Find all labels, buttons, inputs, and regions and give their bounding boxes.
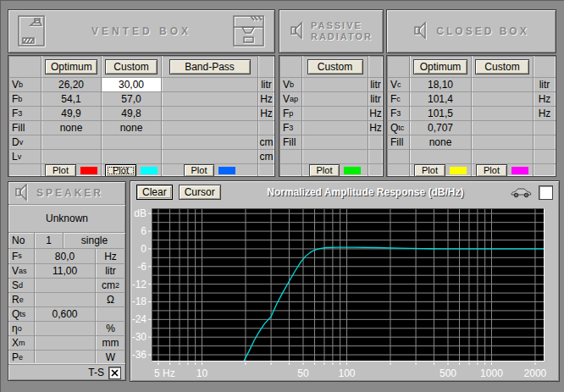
- pr-fill-value: [301, 135, 368, 149]
- vented-vb-optimum-value: 26,20: [41, 77, 101, 91]
- spk-qts-value[interactable]: 0,600: [34, 306, 95, 321]
- car-icon[interactable]: [510, 186, 533, 198]
- empty-cell: [368, 163, 383, 176]
- driver-icon: [14, 184, 29, 202]
- amplitude-response-plot[interactable]: dB60-6-12-18-24-30-365 Hz105010050010002…: [130, 203, 559, 381]
- closed-optimum-plot-button[interactable]: Plot: [414, 164, 445, 177]
- speaker-panel: SPEAKER Unknown No 1 single Fs 80,0 Hz V…: [8, 181, 126, 381]
- spk-re-label: Re: [8, 292, 34, 306]
- svg-text:-12: -12: [132, 279, 147, 290]
- empty-cell: [8, 163, 41, 176]
- vented-box-icon: [15, 14, 53, 49]
- corner-cell: [368, 56, 383, 77]
- pr-fp-label: Fp: [279, 106, 301, 120]
- svg-text:500: 500: [440, 367, 456, 379]
- vented-bandpass-button[interactable]: Band-Pass: [169, 59, 251, 75]
- vented-bandpass-plot-button[interactable]: Plot: [184, 164, 215, 177]
- pr-vap-unit: litr: [368, 91, 383, 106]
- clear-button[interactable]: Clear: [136, 185, 173, 200]
- vented-custom-plot-button[interactable]: Plot: [105, 164, 136, 177]
- cb-qtc-unit: [533, 120, 556, 135]
- cb-fc-label: Fc: [387, 91, 409, 106]
- vented-optimum-plot-swatch: [80, 167, 97, 174]
- vented-box-header: VENTED BOX: [8, 9, 275, 53]
- cursor-button[interactable]: Cursor: [179, 185, 221, 200]
- empty-cell: [301, 149, 368, 163]
- speaker-mode-value[interactable]: single: [63, 233, 125, 249]
- svg-text:-18: -18: [132, 295, 147, 307]
- bandpass-box-icon: [230, 14, 268, 49]
- passive-radiator-title: PASSIVE RADIATOR: [311, 20, 373, 42]
- vented-dv-unit: cm: [257, 135, 274, 149]
- cb-vc-unit: litr: [533, 77, 556, 91]
- vented-vb-bandpass-value: [161, 77, 257, 91]
- ts-checkbox[interactable]: [108, 367, 121, 379]
- pr-f3-label: F3: [279, 120, 301, 135]
- spk-fs-unit: Hz: [95, 249, 125, 263]
- svg-text:dB: dB: [134, 207, 147, 219]
- spk-eta-unit: %: [95, 321, 125, 335]
- cb-fill-optimum-value[interactable]: none: [409, 135, 471, 149]
- vented-fill-custom-value[interactable]: none: [101, 120, 161, 135]
- spk-xm-unit: mm: [95, 335, 125, 350]
- closed-custom-button[interactable]: Custom: [475, 59, 529, 75]
- passive-custom-button[interactable]: Custom: [307, 59, 363, 75]
- chart-panel: Clear Cursor Normalized Amplitude Respon…: [130, 180, 560, 382]
- vented-fb-custom-value[interactable]: 57,0: [101, 91, 161, 106]
- spk-re-value[interactable]: [34, 292, 95, 306]
- corner-cell: [279, 56, 301, 77]
- vented-custom-button[interactable]: Custom: [105, 59, 158, 75]
- spk-sd-value[interactable]: [34, 278, 95, 292]
- vented-dv-bandpass-value: [161, 135, 257, 149]
- speaker-name[interactable]: Unknown: [8, 205, 125, 233]
- cb-f3-label: F3: [387, 106, 409, 120]
- speaker-no-label: No: [8, 233, 34, 249]
- spk-sd-label: Sd: [8, 278, 34, 292]
- vented-dv-custom-value: [101, 135, 161, 149]
- empty-cell: [257, 163, 274, 176]
- vented-vb-custom-input[interactable]: 30,00: [101, 77, 161, 91]
- vented-fill-unit: [257, 120, 274, 135]
- spk-re-unit: Ω: [95, 292, 125, 306]
- passive-radiator-header: PASSIVE RADIATOR: [279, 9, 384, 53]
- cb-fc-unit: Hz: [533, 91, 556, 106]
- vented-f3-bandpass-value: [161, 106, 257, 120]
- ts-row: T-S: [8, 364, 125, 380]
- empty-cell: [368, 149, 383, 163]
- vented-optimum-plot-button[interactable]: Plot: [45, 164, 76, 177]
- empty-cell: [279, 163, 301, 176]
- closed-box-title: CLOSED BOX: [436, 25, 528, 37]
- vented-fill-label: Fill: [8, 120, 41, 135]
- closed-custom-plot-button[interactable]: Plot: [476, 164, 507, 177]
- corner-cell: [533, 56, 556, 77]
- spk-xm-value[interactable]: [34, 335, 95, 350]
- vented-optimum-button[interactable]: Optimum: [45, 59, 97, 75]
- svg-text:-36: -36: [132, 349, 147, 361]
- svg-text:5 Hz: 5 Hz: [154, 367, 175, 379]
- spk-fs-value[interactable]: 80,0: [34, 249, 95, 263]
- closed-box-table: Optimum Custom Vc 18,10 litr Fc 101,4 Hz…: [386, 55, 556, 177]
- pr-vb-label: Vb: [279, 77, 301, 91]
- spk-sd-unit: cm2: [95, 278, 125, 292]
- speaker-table: Fs 80,0 Hz Vas 11,00 litr Sd cm2 Re Ω Qt…: [8, 249, 125, 364]
- spk-vas-value[interactable]: 11,00: [34, 263, 95, 278]
- vented-fill-optimum-value[interactable]: none: [41, 120, 101, 135]
- check-x-icon: [111, 369, 119, 377]
- pr-fill-unit: [368, 135, 383, 149]
- spk-vas-label: Vas: [8, 263, 34, 278]
- cb-qtc-custom-value: [471, 120, 533, 135]
- spk-eta-value[interactable]: [34, 321, 95, 335]
- closed-custom-plot-swatch: [511, 167, 528, 174]
- svg-text:-6: -6: [137, 261, 147, 273]
- passive-plot-button[interactable]: Plot: [309, 164, 340, 177]
- closed-optimum-button[interactable]: Optimum: [413, 59, 467, 75]
- empty-cell: [387, 149, 409, 163]
- spk-pe-label: Pe: [8, 350, 34, 364]
- speaker-no-value[interactable]: 1: [34, 233, 63, 249]
- cb-qtc-label: Qtc: [387, 120, 409, 135]
- spk-pe-value[interactable]: [34, 350, 95, 364]
- spk-pe-unit: W: [95, 350, 125, 364]
- plot-background-color-box[interactable]: [539, 185, 553, 200]
- closed-optimum-plot-swatch: [450, 167, 467, 174]
- driver-icon: [290, 21, 304, 41]
